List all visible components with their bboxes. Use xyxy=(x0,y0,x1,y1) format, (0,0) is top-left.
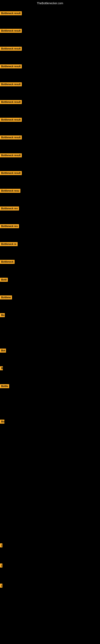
bottleneck-badge-3[interactable]: Bottleneck result xyxy=(0,47,22,51)
bottleneck-badge-12[interactable]: Bottleneck res xyxy=(0,206,19,210)
bottleneck-badge-25[interactable]: | xyxy=(0,584,2,588)
bottleneck-badge-13[interactable]: Bottleneck res xyxy=(0,224,19,228)
bottleneck-badge-17[interactable]: Bottlene xyxy=(0,296,12,300)
bottleneck-badge-9[interactable]: Bottleneck result xyxy=(0,153,22,158)
bottleneck-badge-6[interactable]: Bottleneck result xyxy=(0,100,22,104)
bottleneck-badge-11[interactable]: Bottleneck resu xyxy=(0,189,20,193)
bottleneck-badge-15[interactable]: Bottleneck xyxy=(0,260,15,264)
bottleneck-badge-21[interactable]: Bottle xyxy=(0,384,9,388)
bottleneck-badge-14[interactable]: Bottleneck re xyxy=(0,242,18,246)
bottleneck-badge-7[interactable]: Bottleneck result xyxy=(0,118,22,122)
bottleneck-badge-5[interactable]: Bottleneck result xyxy=(0,82,22,86)
bottleneck-badge-4[interactable]: Bottleneck result xyxy=(0,64,22,68)
bottleneck-badge-18[interactable]: Bo xyxy=(0,313,5,317)
bottleneck-badge-24[interactable]: | xyxy=(0,564,2,568)
bottleneck-badge-1[interactable]: Bottleneck result xyxy=(0,11,22,15)
bottleneck-badge-10[interactable]: Bottleneck result xyxy=(0,171,22,175)
bottleneck-badge-23[interactable]: | xyxy=(0,544,2,548)
bottleneck-badge-8[interactable]: Bottleneck result xyxy=(0,136,22,140)
bottleneck-badge-20[interactable]: B xyxy=(0,366,3,370)
bottleneck-badge-2[interactable]: Bottleneck result xyxy=(0,29,22,33)
bottleneck-badge-19[interactable]: Bot xyxy=(0,348,6,352)
bottleneck-badge-16[interactable]: Bottl xyxy=(0,278,8,282)
site-title: TheBottlenecker.com xyxy=(0,0,100,6)
bottleneck-badge-22[interactable]: Bo xyxy=(0,420,4,424)
